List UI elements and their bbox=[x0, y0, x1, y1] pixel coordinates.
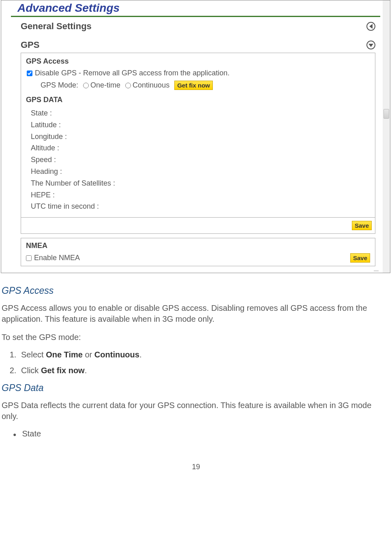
gps-panel: GPS Access Disable GPS - Remove all GPS … bbox=[21, 53, 375, 218]
gps-data-list: State : Latitude : Longitude : Altitude … bbox=[31, 107, 370, 212]
mode-continuous-label: Continuous bbox=[133, 81, 169, 90]
disable-gps-row: Disable GPS - Remove all GPS access from… bbox=[27, 69, 370, 77]
enable-nmea-label: Enable NMEA bbox=[34, 254, 80, 262]
mode-onetime-option[interactable]: One-time bbox=[83, 81, 120, 90]
para-to-set: To set the GPS mode: bbox=[2, 332, 390, 343]
document-body: GPS Access GPS Access allows you to enab… bbox=[0, 273, 392, 438]
nmea-save-button[interactable]: Save bbox=[350, 253, 370, 263]
mode-continuous-radio[interactable] bbox=[125, 83, 131, 88]
resize-mark bbox=[374, 271, 379, 271]
bullet-state: State bbox=[13, 429, 390, 438]
para-gps-data: GPS Data reflects the current data for y… bbox=[2, 400, 390, 422]
field-longitude: Longitude : bbox=[31, 131, 370, 143]
gps-access-heading: GPS Access bbox=[26, 57, 370, 66]
step1-text: Select bbox=[21, 350, 46, 359]
gps-section-row[interactable]: GPS bbox=[1, 36, 390, 53]
step-1: Select One Time or Continuous. bbox=[19, 350, 390, 359]
gps-mode-row: GPS Mode: One-time Continuous Get fix no… bbox=[41, 81, 370, 90]
step2-bold: Get fix now bbox=[41, 366, 85, 375]
field-hepe: HEPE : bbox=[31, 189, 370, 201]
heading-gps-data: GPS Data bbox=[2, 383, 390, 393]
gps-mode-label: GPS Mode: bbox=[41, 81, 78, 90]
step-2: Click Get fix now. bbox=[19, 366, 390, 375]
get-fix-now-button[interactable]: Get fix now bbox=[174, 81, 213, 90]
mode-continuous-option[interactable]: Continuous bbox=[125, 81, 169, 90]
field-satellites: The Number of Satellites : bbox=[31, 177, 370, 189]
gps-data-heading: GPS DATA bbox=[26, 96, 370, 104]
step2-text: Click bbox=[21, 366, 41, 375]
mode-onetime-label: One-time bbox=[90, 81, 120, 90]
step1-bold1: One Time bbox=[46, 350, 83, 359]
field-speed: Speed : bbox=[31, 154, 370, 166]
general-settings-row[interactable]: General Settings bbox=[1, 17, 390, 36]
scrollbar-thumb[interactable] bbox=[383, 109, 389, 119]
disable-gps-checkbox[interactable] bbox=[27, 71, 32, 76]
general-settings-label: General Settings bbox=[21, 21, 92, 32]
nmea-panel: NMEA Enable NMEA Save bbox=[21, 238, 375, 266]
scrollbar[interactable] bbox=[383, 0, 390, 273]
gps-save-button[interactable]: Save bbox=[352, 221, 372, 230]
enable-nmea-checkbox[interactable] bbox=[26, 255, 32, 261]
steps-list: Select One Time or Continuous. Click Get… bbox=[19, 350, 390, 375]
disable-gps-label: Disable GPS - Remove all GPS access from… bbox=[35, 69, 229, 77]
step1-bold2: Continuous bbox=[94, 350, 139, 359]
nmea-heading: NMEA bbox=[26, 242, 370, 250]
field-state: State : bbox=[31, 107, 370, 119]
gps-save-bar: Save bbox=[21, 218, 375, 234]
field-latitude: Latitude : bbox=[31, 119, 370, 131]
step1-suf: . bbox=[139, 350, 142, 359]
para-gps-access: GPS Access allows you to enable or disab… bbox=[2, 303, 390, 325]
chevron-down-icon[interactable] bbox=[366, 41, 375, 49]
heading-gps-access: GPS Access bbox=[2, 285, 390, 296]
mode-onetime-radio[interactable] bbox=[83, 83, 89, 88]
arrow-left-icon[interactable] bbox=[366, 22, 375, 31]
gps-section-label: GPS bbox=[21, 40, 39, 50]
field-utc: UTC time in second : bbox=[31, 201, 370, 212]
step2-suf: . bbox=[85, 366, 87, 375]
settings-screenshot: Advanced Settings General Settings GPS G… bbox=[1, 0, 390, 273]
bullets-list: State bbox=[13, 429, 390, 438]
field-altitude: Altitude : bbox=[31, 142, 370, 154]
field-heading: Heading : bbox=[31, 166, 370, 177]
page-number: 19 bbox=[0, 463, 392, 483]
page-title: Advanced Settings bbox=[1, 0, 390, 16]
step1-mid: or bbox=[83, 350, 94, 359]
